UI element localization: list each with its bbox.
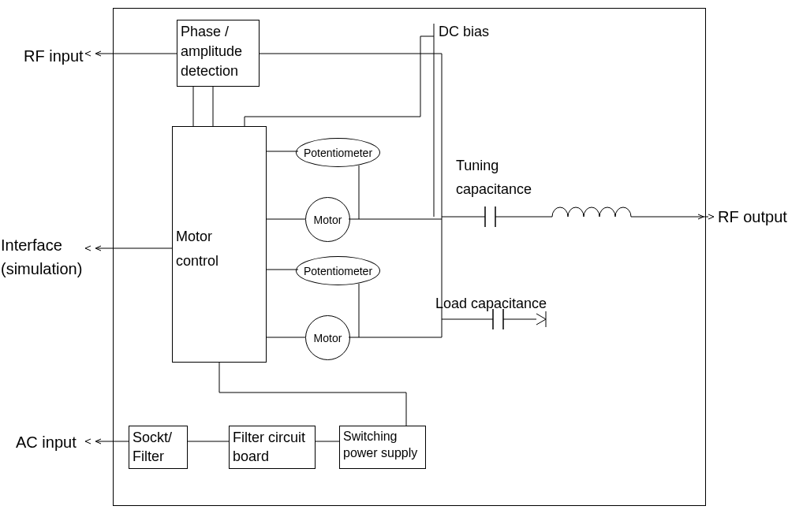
ac-input-label: AC input [16,433,77,452]
filter-label: Filter [133,448,184,465]
dc-bias-label: DC bias [439,24,489,40]
socket-filter-box: Sockt/ Filter [129,426,188,469]
rf-input-label: RF input [24,47,84,65]
rf-output-label: RF output [718,208,787,226]
detection-label: detection [181,63,256,80]
switching-label: Switching [343,430,422,444]
socket-label: Sockt/ [133,430,184,446]
phase-label: Phase / [181,24,256,40]
phase-amp-detection-box: Phase / amplitude detection [177,20,260,87]
interface-label: Interface [1,236,62,255]
potentiometer-1: Potentiometer [296,138,380,167]
power-supply-label: power supply [343,446,422,460]
potentiometer-2: Potentiometer [296,256,380,285]
motor-2: Motor [305,315,350,360]
simulation-label: (simulation) [1,260,82,278]
tuning-label: Tuning [456,158,499,174]
load-cap-label: Load capacitance [435,296,547,312]
filter-circuit-box: Filter circuit board [229,426,316,469]
capacitance-label: capacitance [456,181,532,198]
switching-ps-box: Switching power supply [339,426,426,469]
control-label: control [176,253,263,270]
filter-circuit-label: Filter circuit [233,430,312,446]
motor-1: Motor [305,197,350,242]
motor-control-box: Motor control [172,126,267,363]
board-label: board [233,448,312,465]
amplitude-label: amplitude [181,43,256,60]
motor-label: Motor [176,229,263,245]
